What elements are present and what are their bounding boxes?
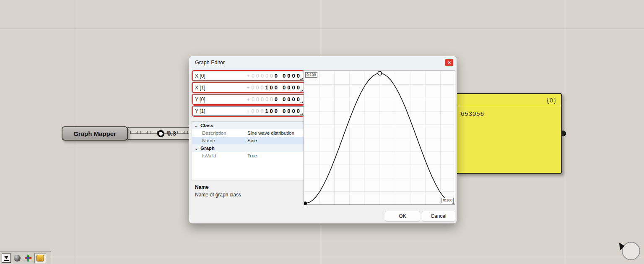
highlight-box-y1: Y [1] + 000 100 0000 ▴▾: [192, 105, 305, 117]
numeric-field-y0[interactable]: Y [0] + 00000 0 0000 ▴▾: [192, 94, 304, 104]
category-class[interactable]: ⌄ Class: [192, 122, 304, 129]
numeric-field-y1[interactable]: Y [1] + 000 100 0000 ▴▾: [192, 106, 304, 116]
sign: +: [247, 85, 251, 91]
chevron-down-icon[interactable]: ⌄: [195, 123, 200, 128]
domain-tag-bottom-right: 0:100: [441, 198, 454, 203]
category-graph[interactable]: ⌄ Graph: [192, 144, 304, 152]
sign: +: [247, 108, 251, 114]
prop-row-name[interactable]: Name Sine: [192, 137, 304, 144]
spinner-arrows-icon[interactable]: ▴▾: [300, 89, 303, 92]
panel-value-text: 653056: [456, 106, 561, 121]
save-view-icon[interactable]: [2, 254, 11, 263]
int-leading-zeros: 000: [252, 85, 265, 91]
sign: +: [247, 73, 252, 79]
graph-editor-dialog: Graph Editor ✕ X [0] + 00000 0 0000 ▴▾ X…: [189, 56, 457, 224]
help-title: Name: [195, 184, 301, 190]
ok-button[interactable]: OK: [385, 211, 420, 222]
int-digits[interactable]: 0: [275, 96, 279, 102]
int-leading-zeros: 00000: [252, 73, 275, 79]
prop-label: IsValid: [202, 153, 247, 158]
dialog-title: Graph Editor: [195, 60, 225, 65]
prop-row-description[interactable]: Description Sine wave distribution: [192, 129, 304, 137]
graph-plot-area[interactable]: 0:100 0:100: [304, 71, 455, 205]
int-leading-zeros: 000: [252, 108, 265, 114]
canvas-toolbar: [0, 251, 51, 264]
cancel-button[interactable]: Cancel: [422, 211, 455, 222]
plot-curve: [304, 71, 456, 205]
data-panel[interactable]: {0} 653056: [455, 93, 562, 174]
numeric-field-x1[interactable]: X [1] + 000 100 0000 ▴▾: [192, 83, 304, 92]
slider-value: 0.3: [167, 130, 176, 137]
number-slider[interactable]: 0.3: [127, 127, 194, 140]
property-grid: ⌄ Class Description Sine wave distributi…: [192, 121, 305, 181]
prop-row-isvalid[interactable]: IsValid True: [192, 152, 304, 159]
int-digits[interactable]: 100: [265, 84, 279, 91]
grasshopper-icon[interactable]: [34, 253, 46, 263]
spinner-arrows-icon[interactable]: ▴▾: [300, 112, 303, 115]
prop-value: True: [247, 153, 257, 158]
field-label: Y [0]: [195, 97, 205, 102]
prop-value[interactable]: Sine wave distribution: [247, 131, 294, 136]
chevron-down-icon[interactable]: ⌄: [195, 146, 200, 151]
navigation-compass[interactable]: [622, 242, 640, 260]
field-label: X [1]: [195, 85, 205, 91]
spinner-arrows-icon[interactable]: ▴▾: [300, 77, 303, 80]
graph-mapper-component[interactable]: Graph Mapper: [62, 126, 128, 141]
graph-mapper-label: Graph Mapper: [73, 130, 116, 137]
domain-tag-top-left: 0:100: [305, 72, 317, 78]
prop-value[interactable]: Sine: [247, 138, 257, 143]
grasshopper-canvas[interactable]: Graph Mapper 0.3 {0} 653056 Graph Editor…: [0, 0, 644, 264]
field-label: X [0]: [195, 73, 205, 79]
highlight-box-x1: X [1] + 000 100 0000 ▴▾: [192, 82, 305, 93]
numeric-field-x0[interactable]: X [0] + 00000 0 0000 ▴▾: [192, 71, 304, 81]
help-text: Name of graph class: [195, 192, 301, 198]
frac-digits[interactable]: 0000: [283, 108, 301, 114]
frac-digits[interactable]: 0000: [283, 84, 301, 91]
highlight-box-x0: X [0] + 00000 0 0000 ▴▾: [192, 70, 305, 81]
prop-label: Name: [202, 138, 247, 143]
category-label: Class: [200, 123, 213, 128]
field-label: Y [1]: [195, 108, 205, 114]
curve-grip: [304, 202, 307, 205]
slider-knob[interactable]: [157, 130, 164, 137]
int-digits[interactable]: 0: [275, 73, 279, 79]
panel-path-tag: {0}: [456, 94, 561, 106]
int-leading-zeros: 00000: [252, 97, 275, 102]
highlight-box-y0: Y [0] + 00000 0 0000 ▴▾: [192, 94, 305, 105]
frac-digits[interactable]: 0000: [283, 96, 301, 102]
frac-digits[interactable]: 0000: [283, 73, 301, 79]
gumball-icon[interactable]: [23, 254, 33, 263]
grip-coordinate-rows: X [0] + 00000 0 0000 ▴▾ X [1] + 000 100 …: [192, 70, 305, 117]
sphere-icon[interactable]: [13, 254, 22, 263]
dialog-titlebar[interactable]: Graph Editor: [189, 56, 457, 69]
int-digits[interactable]: 100: [265, 108, 279, 114]
property-help-box: Name Name of graph class: [192, 181, 305, 206]
close-icon[interactable]: ✕: [445, 59, 453, 66]
category-label: Graph: [200, 146, 215, 151]
sign: +: [247, 97, 252, 102]
curve-grip: [378, 71, 382, 75]
prop-label: Description: [202, 131, 247, 136]
spinner-arrows-icon[interactable]: ▴▾: [300, 101, 303, 104]
